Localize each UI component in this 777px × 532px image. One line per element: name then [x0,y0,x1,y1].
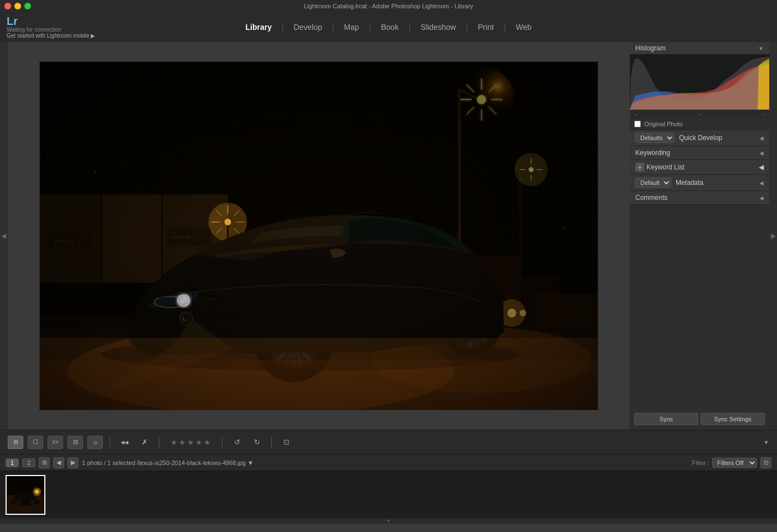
quick-develop-dropdown-area: Defaults Custom Quick Develop [635,133,759,143]
histogram-canvas [630,54,769,110]
toolbar-separator-3 [222,437,222,448]
nav-library[interactable]: Library [235,20,281,34]
comments-header[interactable]: Comments ◀ [630,191,769,204]
nav-web[interactable]: Web [506,20,542,34]
filmstrip-expand-button[interactable]: ▼ [0,518,777,524]
compare-view-button[interactable]: XY [48,436,63,449]
filmstrip-tab-1[interactable]: 1 [6,458,19,467]
toolbar: ⊞ ☐ XY ⊟ ☺ ◀◀ ✗ ★ ★ ★ ★ ★ ↺ ↻ ⊡ ▼ [0,430,777,454]
quick-develop-label: Quick Develop [679,134,722,142]
compare-view-icon: XY [52,440,59,445]
histogram-section: Histogram ▼ [630,42,769,130]
titlebar: Lightroom Catalog.lrcat - Adobe Photosho… [0,0,777,12]
comments-label: Comments [635,194,667,202]
quick-develop-section: Defaults Custom Quick Develop ◀ [630,130,769,146]
window-title: Lightroom Catalog.lrcat - Adobe Photosho… [304,3,473,9]
original-photo-checkbox[interactable] [634,121,641,127]
left-panel-toggle[interactable]: ◀ [0,42,8,430]
metadata-header[interactable]: Default EXIF IPTC Metadata ◀ [630,175,769,190]
maximize-button[interactable] [24,3,31,9]
toolbar-dropdown[interactable]: ▼ [763,439,769,446]
filmstrip-expand-icon: ▼ [386,518,391,524]
people-view-icon: ☺ [92,439,98,446]
histogram-title: Histogram [635,44,666,52]
svg-point-100 [35,489,39,494]
filmstrip-end-button[interactable]: ⊟ [760,457,771,468]
extras-button[interactable]: ◀◀ [117,436,132,449]
star-rating[interactable]: ★ ★ ★ ★ ★ [170,438,211,447]
filmstrip-tab-2[interactable]: 2 [22,458,35,467]
metadata-section: Default EXIF IPTC Metadata ◀ [630,175,769,191]
window-controls [4,3,31,9]
quick-develop-header[interactable]: Defaults Custom Quick Develop ◀ [630,130,769,146]
nav-print[interactable]: Print [468,20,504,34]
loupe-view-button[interactable]: ☐ [28,436,43,449]
quick-develop-collapse-arrow: ◀ [759,135,764,141]
comments-section: Comments ◀ [630,191,769,205]
car-photo: WILSON B B B WILSON [40,62,598,410]
histogram-controls: – – – [630,110,769,118]
filmstrip-prev-button[interactable]: ◀ [53,457,64,468]
filmstrip [0,471,777,518]
filmstrip-next-button[interactable]: ▶ [68,457,79,468]
comments-collapse-arrow: ◀ [759,195,764,201]
filmstrip-info: 1 photo / 1 selected /lexus-is250-2014-b… [82,459,253,466]
histogram-dropdown-arrow: ▼ [758,45,764,51]
people-view-button[interactable]: ☺ [87,436,103,449]
flag-reject-icon: ✗ [142,438,148,446]
right-panel-toggle[interactable]: ▶ [769,42,777,430]
keyword-list-label: Keyword List [646,163,757,171]
rotate-left-button[interactable]: ↺ [229,436,245,449]
crop-overlay-icon: ⊡ [283,438,289,446]
toolbar-separator-1 [110,437,110,448]
filmstrip-grid-button[interactable]: ⊞ [39,457,50,468]
right-panel: Histogram ▼ [630,42,769,430]
keyword-list-add-button[interactable]: + [635,163,644,172]
lr-mobile-label[interactable]: Get started with Lightroom mobile ▶ [7,33,95,39]
filmstrip-thumb-1[interactable] [6,475,45,515]
keyword-list-header[interactable]: + Keyword List ◀ [630,160,769,174]
metadata-collapse-arrow: ◀ [759,180,764,186]
crop-overlay-button[interactable]: ⊡ [278,436,294,449]
survey-view-button[interactable]: ⊟ [68,436,83,449]
star-2[interactable]: ★ [179,438,186,447]
filmstrip-filter-select[interactable]: Filters Off Flagged Unflagged [712,458,757,468]
topbar: Lr Waiting for connection Get started wi… [0,12,777,42]
flag-reject-button[interactable]: ✗ [137,436,152,449]
quick-develop-preset-select[interactable]: Defaults Custom [635,133,675,143]
sync-settings-button[interactable]: Sync Settings [701,413,765,425]
histogram-header[interactable]: Histogram ▼ [630,42,769,54]
original-photo-label: Original Photo [644,121,683,127]
nav-map[interactable]: Map [334,20,369,34]
filmstrip-count: 1 photo / 1 selected [82,459,137,466]
star-3[interactable]: ★ [187,438,194,447]
svg-rect-89 [40,62,598,410]
center-image-area: WILSON B B B WILSON [8,42,630,430]
svg-point-97 [15,499,21,505]
lr-status: Waiting for connection [7,27,95,33]
sync-button[interactable]: Sync [634,413,698,425]
grid-view-icon: ⊞ [13,438,18,446]
close-button[interactable] [4,3,11,9]
photo-container: WILSON B B B WILSON [39,61,598,410]
metadata-preset-select[interactable]: Default EXIF IPTC [635,178,671,188]
star-4[interactable]: ★ [195,438,203,447]
nav-book[interactable]: Book [371,20,408,34]
filmstrip-path-link[interactable]: /lexus-is250-2014-black-lekses-4968.jpg … [137,459,253,466]
filmstrip-filter-label: Filter : [692,459,709,466]
minimize-button[interactable] [14,3,21,9]
extras-icon: ◀◀ [121,440,128,445]
star-5[interactable]: ★ [204,438,211,447]
right-panel-arrow-icon: ▶ [771,232,776,240]
nav-slideshow[interactable]: Slideshow [411,20,466,34]
histogram-ctrl-3: – [762,111,765,117]
star-1[interactable]: ★ [170,438,178,447]
main-row: ◀ [0,42,777,430]
filmstrip-bar: 1 2 ⊞ ◀ ▶ 1 photo / 1 selected /lexus-is… [0,454,777,471]
grid-view-button[interactable]: ⊞ [8,436,23,449]
rotate-right-button[interactable]: ↻ [249,436,265,449]
nav-develop[interactable]: Develop [284,20,332,34]
keyword-list-section: + Keyword List ◀ [630,160,769,175]
svg-point-98 [30,499,35,504]
keywording-header[interactable]: Keywording ◀ [630,146,769,159]
